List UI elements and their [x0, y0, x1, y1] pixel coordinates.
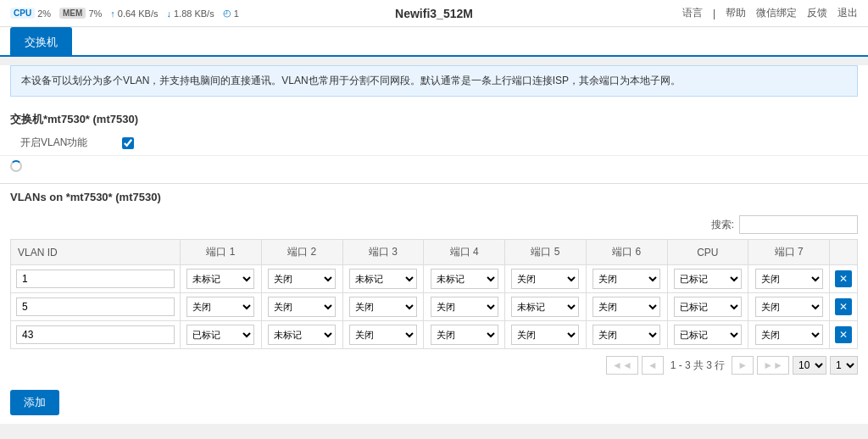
select-cpu-row1[interactable]: 未标记已标记关闭 [674, 297, 742, 317]
section-title: 交换机*mt7530* (mt7530) [0, 105, 868, 131]
cell-port6-row0: 未标记已标记关闭 [586, 265, 667, 293]
table-row: 未标记已标记关闭未标记已标记关闭未标记已标记关闭未标记已标记关闭未标记已标记关闭… [11, 321, 858, 349]
select-port3-row2[interactable]: 未标记已标记关闭 [349, 325, 417, 345]
online-count: 1 [234, 8, 239, 19]
th-port7: 端口 7 [748, 240, 830, 265]
mem-value: 7% [88, 8, 102, 19]
tab-switch[interactable]: 交换机 [10, 27, 72, 57]
select-port6-row1[interactable]: 未标记已标记关闭 [593, 297, 660, 317]
tabbar: 交换机 [0, 27, 868, 57]
feedback-link[interactable]: 反馈 [807, 6, 827, 20]
first-page-btn[interactable]: ◄◄ [606, 356, 638, 375]
select-port1-row2[interactable]: 未标记已标记关闭 [186, 325, 254, 345]
delete-row-btn-2[interactable]: ✕ [835, 326, 852, 343]
select-port4-row2[interactable]: 未标记已标记关闭 [431, 325, 498, 345]
cell-port3-row2: 未标记已标记关闭 [342, 321, 424, 349]
cell-port1-row1: 未标记已标记关闭 [181, 293, 262, 321]
select-port3-row0[interactable]: 未标记已标记关闭 [349, 269, 417, 289]
select-port4-row1[interactable]: 未标记已标记关闭 [431, 297, 498, 317]
select-port4-row0[interactable]: 未标记已标记关闭 [431, 269, 498, 289]
th-port6: 端口 6 [586, 240, 667, 265]
cell-delete-row1: ✕ [830, 293, 858, 321]
cell-port7-row1: 未标记已标记关闭 [748, 293, 830, 321]
online-icon: ◴ [223, 8, 231, 19]
topbar: CPU 2% MEM 7% ↑ 0.64 KB/s ↓ 1.88 KB/s ◴ … [0, 0, 868, 27]
cell-port5-row2: 未标记已标记关闭 [505, 321, 587, 349]
cell-cpu-row0: 未标记已标记关闭 [667, 265, 748, 293]
mem-stat: MEM 7% [59, 8, 102, 19]
cell-port2-row0: 未标记已标记关闭 [261, 265, 342, 293]
cell-port3-row0: 未标记已标记关闭 [342, 265, 424, 293]
th-cpu: CPU [667, 240, 748, 265]
cell-delete-row2: ✕ [830, 321, 858, 349]
cell-port1-row0: 未标记已标记关闭 [181, 265, 262, 293]
vlan-id-input-row0[interactable] [16, 270, 175, 288]
loading-area [0, 156, 868, 176]
wechat-link[interactable]: 微信绑定 [756, 6, 797, 20]
vlan-id-input-row2[interactable] [16, 325, 175, 344]
select-cpu-row0[interactable]: 未标记已标记关闭 [674, 269, 742, 289]
select-port6-row2[interactable]: 未标记已标记关闭 [593, 325, 660, 345]
select-port5-row0[interactable]: 未标记已标记关闭 [511, 269, 579, 289]
select-port7-row0[interactable]: 未标记已标记关闭 [755, 269, 823, 289]
select-port5-row2[interactable]: 未标记已标记关闭 [511, 325, 579, 345]
page-info: 1 - 3 共 3 行 [667, 358, 729, 373]
vlan-toggle-checkbox[interactable] [122, 137, 134, 149]
vlan-id-input-row1[interactable] [16, 297, 175, 316]
next-page-btn[interactable]: ► [732, 356, 754, 375]
cell-port1-row2: 未标记已标记关闭 [181, 321, 262, 349]
cell-port5-row1: 未标记已标记关闭 [505, 293, 587, 321]
cell-cpu-row2: 未标记已标记关闭 [667, 321, 748, 349]
cell-port2-row1: 未标记已标记关闭 [261, 293, 342, 321]
select-port7-row1[interactable]: 未标记已标记关闭 [755, 297, 823, 317]
search-row: 搜索: [0, 210, 868, 239]
th-port3: 端口 3 [342, 240, 424, 265]
lang-link[interactable]: 语言 [682, 6, 703, 20]
upload-speed: 0.64 KB/s [118, 8, 159, 19]
download-icon: ↓ [166, 8, 171, 19]
upload-stat: ↑ 0.64 KB/s [110, 8, 158, 19]
select-cpu-row2[interactable]: 未标记已标记关闭 [674, 325, 742, 345]
select-port2-row0[interactable]: 未标记已标记关闭 [268, 269, 336, 289]
vlan-table: VLAN ID 端口 1 端口 2 端口 3 端口 4 端口 5 端口 6 CP… [10, 239, 858, 349]
help-link[interactable]: 帮助 [726, 6, 746, 20]
cpu-stat: CPU 2% [10, 8, 51, 19]
select-port2-row1[interactable]: 未标记已标记关闭 [268, 297, 336, 317]
info-box: 本设备可以划分为多个VLAN，并支持电脑间的直接通讯。VLAN也常用于分割不同网… [10, 65, 858, 97]
cell-port3-row1: 未标记已标记关闭 [342, 293, 424, 321]
table-row: 未标记已标记关闭未标记已标记关闭未标记已标记关闭未标记已标记关闭未标记已标记关闭… [11, 265, 858, 293]
select-port3-row1[interactable]: 未标记已标记关闭 [349, 297, 417, 317]
logout-link[interactable]: 退出 [837, 6, 858, 20]
page-title: Newifi3_512M [395, 7, 473, 20]
per-page-select[interactable]: 10 20 50 [793, 356, 826, 375]
upload-icon: ↑ [110, 8, 115, 19]
cell-cpu-row1: 未标记已标记关闭 [667, 293, 748, 321]
select-port6-row0[interactable]: 未标记已标记关闭 [593, 269, 660, 289]
cell-port6-row1: 未标记已标记关闭 [586, 293, 667, 321]
vlan-toggle-value [122, 137, 134, 149]
add-button[interactable]: 添加 [10, 390, 59, 415]
cell-port2-row2: 未标记已标记关闭 [261, 321, 342, 349]
delete-row-btn-0[interactable]: ✕ [835, 270, 852, 287]
select-port2-row2[interactable]: 未标记已标记关闭 [268, 325, 336, 345]
table-row: 未标记已标记关闭未标记已标记关闭未标记已标记关闭未标记已标记关闭未标记已标记关闭… [11, 293, 858, 321]
download-stat: ↓ 1.88 KB/s [166, 8, 214, 19]
th-action [830, 240, 858, 265]
page-number-select[interactable]: 1 [830, 356, 858, 375]
th-vlanid: VLAN ID [11, 240, 181, 265]
cell-port4-row2: 未标记已标记关闭 [424, 321, 505, 349]
select-port1-row0[interactable]: 未标记已标记关闭 [186, 269, 254, 289]
select-port5-row1[interactable]: 未标记已标记关闭 [511, 297, 579, 317]
delete-row-btn-1[interactable]: ✕ [835, 298, 852, 315]
table-wrapper: VLAN ID 端口 1 端口 2 端口 3 端口 4 端口 5 端口 6 CP… [0, 239, 868, 349]
select-port7-row2[interactable]: 未标记已标记关闭 [755, 325, 823, 345]
cell-port5-row0: 未标记已标记关闭 [505, 265, 587, 293]
last-page-btn[interactable]: ►► [757, 356, 789, 375]
select-port1-row1[interactable]: 未标记已标记关闭 [186, 297, 254, 317]
prev-page-btn[interactable]: ◄ [642, 356, 664, 375]
cell-port4-row0: 未标记已标记关闭 [424, 265, 505, 293]
th-port1: 端口 1 [181, 240, 262, 265]
vlan-toggle-label: 开启VLAN功能 [20, 136, 122, 150]
cell-delete-row0: ✕ [830, 265, 858, 293]
search-input[interactable] [739, 215, 858, 234]
